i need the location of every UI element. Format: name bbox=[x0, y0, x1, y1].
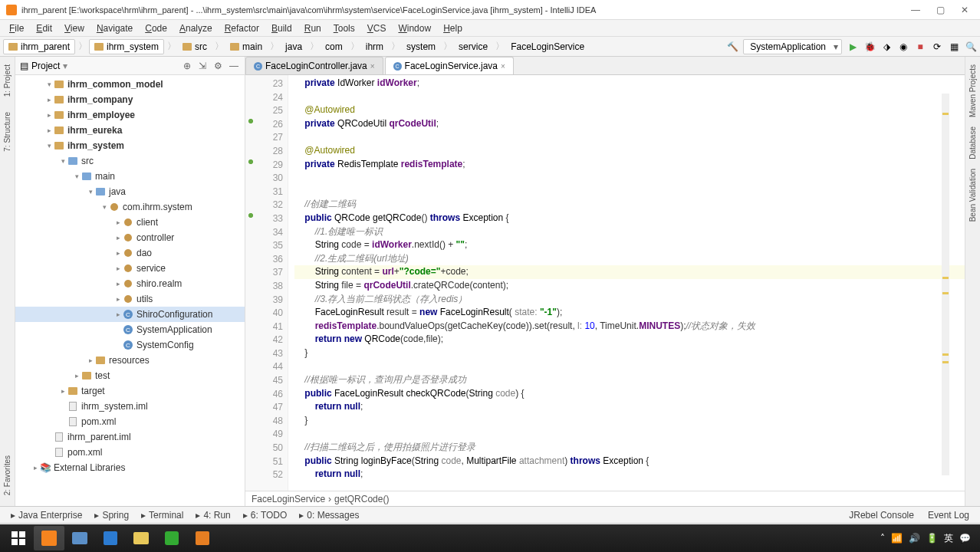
breadcrumb-src[interactable]: src bbox=[178, 40, 212, 54]
breadcrumb-system[interactable]: system bbox=[402, 40, 440, 54]
breadcrumb-main[interactable]: main bbox=[225, 40, 267, 54]
code-line-34[interactable]: //1.创建唯一标识 bbox=[294, 225, 965, 239]
tool-tab-0-messages[interactable]: ▸0: Messages bbox=[293, 508, 365, 522]
tree-node-systemapplication[interactable]: CSystemApplication bbox=[15, 322, 245, 337]
minimize-button[interactable]: — bbox=[906, 2, 925, 18]
coverage-icon[interactable]: ⬗ bbox=[880, 41, 893, 53]
code-line-28[interactable]: @Autowired bbox=[294, 144, 965, 158]
tree-node-systemconfig[interactable]: CSystemConfig bbox=[15, 337, 245, 353]
structure-tool-tab[interactable]: 7: Structure bbox=[2, 107, 13, 156]
menu-vcs[interactable]: VCS bbox=[361, 21, 393, 35]
code-line-23[interactable]: private IdWorker idWorker; bbox=[294, 77, 965, 90]
breadcrumb-com[interactable]: com bbox=[321, 40, 347, 54]
collapse-icon[interactable]: ⇲ bbox=[199, 61, 209, 71]
search-icon[interactable]: 🔍 bbox=[965, 41, 977, 53]
start-button[interactable] bbox=[3, 526, 34, 550]
code-line-26[interactable]: private QRCodeUtil qrCodeUtil; bbox=[294, 117, 965, 131]
close-tab-icon[interactable]: × bbox=[370, 62, 375, 71]
build-icon[interactable]: 🔨 bbox=[726, 41, 738, 53]
tree-node-controller[interactable]: ▸controller bbox=[15, 230, 245, 245]
code-line-45[interactable]: //根据唯一标识，查询用户是否登录成功 bbox=[294, 373, 965, 387]
menu-help[interactable]: Help bbox=[437, 21, 469, 35]
override-marker-icon[interactable] bbox=[247, 117, 255, 125]
code-line-29[interactable]: private RedisTemplate redisTemplate; bbox=[294, 158, 965, 172]
editor-tab-facelogincontroller-java[interactable]: CFaceLoginController.java× bbox=[245, 57, 383, 74]
tree-node-pom-xml[interactable]: pom.xml bbox=[15, 445, 245, 460]
code-line-33[interactable]: public QRCode getQRCode() throws Excepti… bbox=[294, 212, 965, 225]
tree-node-src[interactable]: ▾src bbox=[15, 153, 245, 169]
code-line-52[interactable]: return null; bbox=[294, 468, 965, 481]
tree-node-resources[interactable]: ▸resources bbox=[15, 353, 245, 368]
code-line-32[interactable]: //创建二维码 bbox=[294, 198, 965, 212]
tree-node-main[interactable]: ▾main bbox=[15, 169, 245, 184]
code-line-30[interactable] bbox=[294, 171, 965, 185]
code-line-36[interactable]: //2.生成二维码(url地址) bbox=[294, 252, 965, 266]
override-marker-icon[interactable] bbox=[247, 158, 255, 166]
tree-node-pom-xml[interactable]: pom.xml bbox=[15, 414, 245, 429]
breadcrumb-method[interactable]: getQRCode() bbox=[334, 494, 389, 504]
tool-tab-spring[interactable]: ▸Spring bbox=[88, 508, 135, 522]
menu-refactor[interactable]: Refactor bbox=[219, 21, 265, 35]
menu-navigate[interactable]: Navigate bbox=[90, 21, 139, 35]
tree-node-ihrm_eureka[interactable]: ▸ihrm_eureka bbox=[15, 123, 245, 138]
stop-icon[interactable]: ■ bbox=[914, 41, 926, 53]
code-line-25[interactable]: @Autowired bbox=[294, 104, 965, 117]
tree-node-com-ihrm-system[interactable]: ▾com.ihrm.system bbox=[15, 199, 245, 215]
menu-run[interactable]: Run bbox=[298, 21, 327, 35]
taskbar-app-other[interactable] bbox=[187, 526, 218, 550]
code-line-44[interactable] bbox=[294, 360, 965, 373]
tray-network-icon[interactable]: 📶 bbox=[891, 533, 903, 544]
code-line-40[interactable]: FaceLoginResult result = new FaceLoginRe… bbox=[294, 306, 965, 320]
hide-icon[interactable]: — bbox=[229, 61, 240, 71]
debug-icon[interactable]: 🐞 bbox=[863, 41, 876, 53]
tree-node-ihrm_company[interactable]: ▸ihrm_company bbox=[15, 92, 245, 107]
tray-volume-icon[interactable]: 🔊 bbox=[909, 533, 920, 544]
breadcrumb-ihrm_parent[interactable]: ihrm_parent bbox=[3, 39, 75, 54]
menu-analyze[interactable]: Analyze bbox=[173, 21, 219, 35]
code-line-48[interactable]: } bbox=[294, 414, 965, 428]
taskbar-app-files[interactable] bbox=[126, 526, 156, 550]
tray-up-icon[interactable]: ˄ bbox=[880, 533, 885, 544]
editor-tab-faceloginservice-java[interactable]: CFaceLoginService.java× bbox=[385, 57, 514, 74]
project-tool-tab[interactable]: 1: Project bbox=[2, 60, 13, 101]
error-stripe[interactable] bbox=[942, 94, 949, 475]
menu-build[interactable]: Build bbox=[265, 21, 298, 35]
menu-file[interactable]: File bbox=[3, 21, 30, 35]
structure-icon[interactable]: ▦ bbox=[948, 41, 960, 53]
menu-edit[interactable]: Edit bbox=[30, 21, 58, 35]
code-line-47[interactable]: return null; bbox=[294, 400, 965, 414]
breadcrumb-java[interactable]: java bbox=[281, 40, 307, 54]
tree-node-ihrm_parent-iml[interactable]: ihrm_parent.iml bbox=[15, 429, 245, 445]
code-line-27[interactable] bbox=[294, 130, 965, 144]
tray-ime-icon[interactable]: 英 bbox=[944, 532, 953, 545]
taskbar-app-intellij[interactable] bbox=[34, 526, 64, 550]
code-line-35[interactable]: String code = idWorker.nextId() + ""; bbox=[294, 238, 965, 252]
taskbar-app-wechat[interactable] bbox=[156, 526, 187, 550]
tree-node-java[interactable]: ▾java bbox=[15, 184, 245, 199]
maven-tool-tab[interactable]: Maven Projects bbox=[967, 60, 978, 122]
menu-window[interactable]: Window bbox=[392, 21, 437, 35]
code-line-51[interactable]: public String loginByFace(String code, M… bbox=[294, 455, 965, 468]
tree-node-ihrm_employee[interactable]: ▸ihrm_employee bbox=[15, 107, 245, 123]
tree-node-test[interactable]: ▸test bbox=[15, 368, 245, 383]
code-line-41[interactable]: redisTemplate.boundValueOps(getCacheKey(… bbox=[294, 320, 965, 334]
code-line-50[interactable]: //扫描二维码之后，使用拍摄照片进行登录 bbox=[294, 441, 965, 455]
tool-tab-4-run[interactable]: ▸4: Run bbox=[189, 508, 236, 522]
breadcrumb-class[interactable]: FaceLoginService bbox=[252, 494, 325, 504]
update-icon[interactable]: ⟳ bbox=[931, 41, 943, 53]
tree-node-external-libraries[interactable]: ▸📚External Libraries bbox=[15, 460, 245, 475]
tree-node-dao[interactable]: ▸dao bbox=[15, 245, 245, 261]
close-button[interactable]: ✕ bbox=[955, 2, 974, 18]
breadcrumb-service[interactable]: service bbox=[454, 40, 492, 54]
menu-tools[interactable]: Tools bbox=[327, 21, 361, 35]
code-line-42[interactable]: return new QRCode(code,file); bbox=[294, 333, 965, 347]
tree-node-target[interactable]: ▸target bbox=[15, 383, 245, 399]
taskbar-app-explorer[interactable] bbox=[64, 526, 95, 550]
taskbar-app-vscode[interactable] bbox=[95, 526, 126, 550]
code-line-31[interactable] bbox=[294, 185, 965, 199]
menu-code[interactable]: Code bbox=[139, 21, 173, 35]
code-line-37[interactable]: String content = url+"?code="+code; bbox=[294, 265, 965, 279]
tool-tab-event-log[interactable]: Event Log bbox=[922, 508, 975, 522]
tool-tab-jrebel-console[interactable]: JRebel Console bbox=[843, 508, 920, 522]
dropdown-icon[interactable]: ▾ bbox=[63, 61, 67, 71]
